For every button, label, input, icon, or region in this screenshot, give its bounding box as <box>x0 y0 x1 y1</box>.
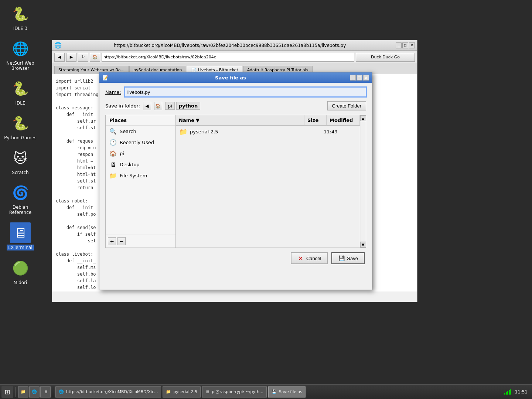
save-in-label: Save in folder: <box>105 103 140 109</box>
quicklaunch-browser[interactable]: 🌐 <box>29 386 40 398</box>
desktop-icon-debian[interactable]: 🌀 Debian Reference <box>4 183 37 215</box>
places-desktop-label: Desktop <box>120 162 140 167</box>
folder-back-btn[interactable]: ◀ <box>143 102 151 110</box>
browser-search-field[interactable]: Duck Duck Go <box>356 53 415 62</box>
pyserial-task-icon: 📁 <box>166 389 171 394</box>
save-in-row: Save in folder: ◀ 🏠 pi python Create Fol… <box>105 101 366 110</box>
taskbar-terminal[interactable]: 🖥 pi@raspberrypi: ~/pyth... <box>202 386 267 398</box>
remove-bookmark-btn[interactable]: − <box>117 237 126 245</box>
dialog-close-btn[interactable]: × <box>363 75 369 81</box>
file-modified-pyserial: 11:49 <box>324 129 357 134</box>
quicklaunch-terminal[interactable]: 🖥 <box>40 386 51 398</box>
cancel-label: Cancel <box>306 256 321 261</box>
save-label: Save <box>347 256 358 261</box>
col-header-size[interactable]: Size <box>304 115 327 125</box>
scroll-up-btn[interactable]: ▲ <box>360 115 366 121</box>
browser-window-controls: _ □ × <box>396 42 415 48</box>
svg-rect-4 <box>510 389 511 395</box>
create-folder-button[interactable]: Create Folder <box>327 101 366 110</box>
cancel-button[interactable]: ✕ Cancel <box>291 252 328 264</box>
browser-minimize-btn[interactable]: _ <box>396 42 402 48</box>
desktop-icon-idle[interactable]: 🐍 IDLE <box>4 78 37 106</box>
desktop-icon-midori[interactable]: 🟢 Midori <box>4 258 37 285</box>
desktop-icon-idle3[interactable]: 🐍 IDLE 3 <box>4 4 37 31</box>
taskbar-separator-2 <box>53 387 53 397</box>
network-icon <box>504 388 512 396</box>
folder-icon: 📁 <box>179 127 188 136</box>
save-icon: 💾 <box>338 255 345 262</box>
desktop-icon-scratch[interactable]: 🐱 Scratch <box>4 148 37 175</box>
places-item-search[interactable]: 🔍 Search <box>106 126 175 137</box>
idle-label: IDLE <box>15 100 25 106</box>
browser-close-btn[interactable]: × <box>409 42 415 48</box>
lxterminal-icon: 🖥 <box>10 222 31 243</box>
quicklaunch-files[interactable]: 📁 <box>18 386 28 398</box>
scratch-label: Scratch <box>12 170 28 175</box>
desktop-icons: 🐍 IDLE 3 🌐 NetSurf Web Browser 🐍 IDLE 🐍 … <box>4 4 37 285</box>
places-list: 🔍 Search 🕐 Recently Used 🏠 pi 🖥 <box>106 126 175 235</box>
debian-icon: 🌀 <box>10 183 31 203</box>
col-name-label: Name <box>179 117 194 123</box>
taskbar: ⊞ 📁 🌐 🖥 🌐 https://bitbucket.org/XicoMBD/… <box>0 384 532 399</box>
files-scrollbar: ▲ ▼ <box>360 115 366 248</box>
taskbar-bitbucket[interactable]: 🌐 https://bitbucket.org/XicoMBD/XicoMBD/… <box>55 386 161 398</box>
search-engine-label: Duck Duck Go <box>371 55 400 59</box>
netsurf-icon: 🌐 <box>10 38 31 59</box>
terminal-task-icon: 🖥 <box>205 389 209 394</box>
places-search-label: Search <box>120 129 136 134</box>
dialog-body: Name: Save in folder: ◀ 🏠 pi python Crea… <box>99 83 372 269</box>
files-panel: Name ▼ Size Modified 📁 pyseri <box>176 115 360 248</box>
dialog-window-controls: _ □ × <box>350 75 369 81</box>
save-file-dialog: 📝 Save file as _ □ × Name: Save in folde… <box>99 72 372 290</box>
col-header-name[interactable]: Name ▼ <box>176 115 304 125</box>
dialog-restore-btn[interactable]: □ <box>357 75 362 81</box>
idle-icon: 🐍 <box>10 78 31 99</box>
browser-restore-btn[interactable]: □ <box>402 42 408 48</box>
dialog-titlebar: 📝 Save file as _ □ × <box>99 72 372 83</box>
places-item-filesystem[interactable]: 📁 File System <box>106 170 175 181</box>
browser-address-bar[interactable]: https://bitbucket.org/XicoMBD/livebots/r… <box>102 53 354 62</box>
browser-forward-btn[interactable]: ▶ <box>66 53 76 62</box>
desktop-icon-lxterminal[interactable]: 🖥 LXTerminal <box>4 222 37 250</box>
name-label: Name: <box>105 89 121 95</box>
svg-rect-3 <box>509 390 510 395</box>
add-bookmark-btn[interactable]: + <box>108 237 116 245</box>
recently-used-icon: 🕐 <box>109 139 117 146</box>
svg-rect-1 <box>506 392 507 395</box>
breadcrumb-path: pi python <box>165 102 200 110</box>
debian-label: Debian Reference <box>4 205 37 215</box>
desktop-icon-netsurf[interactable]: 🌐 NetSurf Web Browser <box>4 38 37 71</box>
dialog-icon: 📝 <box>102 75 108 81</box>
taskbar-pyserial[interactable]: 📁 pyserial-2.5 <box>163 386 201 398</box>
places-item-recently-used[interactable]: 🕐 Recently Used <box>106 137 175 148</box>
save-button[interactable]: 💾 Save <box>331 252 365 264</box>
scroll-track[interactable] <box>361 121 366 242</box>
browser-back-btn[interactable]: ◀ <box>54 53 65 62</box>
taskbar-start-btn[interactable]: ⊞ <box>1 386 13 398</box>
desktop-places-icon: 🖥 <box>109 161 117 168</box>
bitbucket-task-icon: 🌐 <box>59 389 64 394</box>
col-header-modified[interactable]: Modified <box>327 115 360 125</box>
browser-home-btn[interactable]: 🏠 <box>90 53 100 62</box>
idle3-label: IDLE 3 <box>13 26 28 31</box>
places-bottom: + − <box>106 235 175 248</box>
dialog-minimize-btn[interactable]: _ <box>350 75 356 81</box>
svg-rect-2 <box>507 391 508 395</box>
filename-input[interactable] <box>125 87 366 97</box>
file-row-pyserial[interactable]: 📁 pyserial-2.5 11:49 <box>176 126 360 137</box>
breadcrumb-pi[interactable]: pi <box>165 102 175 110</box>
places-panel: Places 🔍 Search 🕐 Recently Used 🏠 pi <box>106 115 176 248</box>
taskbar-savedialog[interactable]: 💾 Save file as <box>268 386 306 398</box>
python-games-label: Python Games <box>4 135 36 140</box>
scroll-down-btn[interactable]: ▼ <box>360 242 366 248</box>
places-item-desktop[interactable]: 🖥 Desktop <box>106 159 175 170</box>
breadcrumb-python[interactable]: python <box>176 102 200 110</box>
taskbar-quicklaunch: 📁 🌐 🖥 <box>18 386 51 398</box>
midori-label: Midori <box>14 280 27 285</box>
folder-up-btn[interactable]: 🏠 <box>154 102 162 110</box>
start-icon: ⊞ <box>4 388 10 396</box>
places-header: Places <box>106 115 175 126</box>
browser-reload-btn[interactable]: ↻ <box>78 53 88 62</box>
desktop-icon-python-games[interactable]: 🐍 Python Games <box>4 113 37 140</box>
places-item-pi[interactable]: 🏠 pi <box>106 148 175 159</box>
